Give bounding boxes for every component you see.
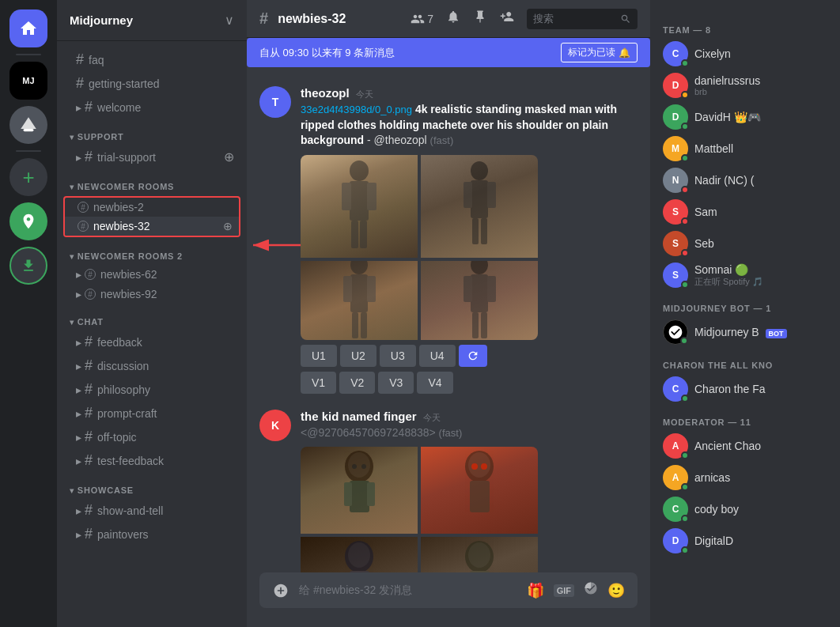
member-midjourney-bot[interactable]: Midjourney B BOT — [656, 316, 834, 348]
svg-rect-38 — [470, 481, 490, 512]
fast-badge-2: (fast) — [439, 427, 463, 439]
channel-item-faq[interactable]: # faq — [63, 48, 240, 71]
channel-name: welcome — [97, 101, 141, 114]
team-category: TEAM — 8 — [656, 13, 834, 38]
member-davidh[interactable]: D DavidH 👑🎮 — [656, 101, 834, 133]
avatar-cody-boy: C — [663, 497, 688, 522]
message-author-1: theozopl — [301, 86, 350, 100]
member-mattbell[interactable]: M Mattbell — [656, 133, 834, 164]
channel-item-test-feedback[interactable]: ▸ # test-feedback — [63, 449, 240, 472]
member-arnicas[interactable]: A arnicas — [656, 462, 834, 493]
variation-3-button[interactable]: V3 — [378, 372, 414, 394]
hash-icon: # — [85, 429, 93, 445]
status-online — [681, 395, 689, 402]
server-bar: MJ + — [0, 0, 57, 627]
svg-rect-10 — [471, 180, 488, 218]
member-nadir[interactable]: N Nadir (NC) ( — [656, 164, 834, 196]
member-sam[interactable]: S Sam — [656, 196, 834, 228]
member-danielrussrus[interactable]: D danielrussrus brb — [656, 70, 834, 101]
message-mention-2: <@927064570697248838> — [301, 426, 436, 439]
chat-input-placeholder[interactable]: 给 #newbies-32 发消息 — [299, 584, 517, 598]
add-attachment-button[interactable] — [272, 583, 289, 599]
server-icon-add[interactable]: + — [9, 158, 47, 196]
server-icon-boat[interactable] — [9, 106, 47, 144]
mark-read-button[interactable]: 标记为已读 🔔 — [561, 43, 638, 62]
right-sidebar: TEAM — 8 C Cixelyn D danielrussrus brb D… — [650, 0, 840, 627]
variation-1-button[interactable]: V1 — [301, 372, 336, 394]
member-charon[interactable]: C Charon the Fa — [656, 373, 834, 405]
bot-label: BOT — [766, 329, 787, 338]
members-icon[interactable]: 7 — [411, 12, 433, 26]
svg-rect-16 — [350, 274, 368, 312]
channel-name: feedback — [97, 336, 142, 349]
server-icon-download[interactable] — [9, 247, 47, 285]
channel-item-paintovers[interactable]: ▸ # paintovers — [63, 523, 240, 546]
channel-hash-icon: # — [259, 9, 268, 28]
image-cell-kid-1 — [301, 447, 418, 534]
channel-list: # faq # getting-started ▸ # welcome ▾ SU… — [57, 41, 247, 627]
upscale-3-button[interactable]: U3 — [380, 345, 416, 367]
refresh-button[interactable] — [459, 345, 487, 367]
svg-point-37 — [481, 463, 487, 470]
channel-item-off-topic[interactable]: ▸ # off-topic — [63, 425, 240, 448]
member-cixelyn[interactable]: C Cixelyn — [656, 38, 834, 70]
variation-4-button[interactable]: V4 — [417, 372, 452, 394]
member-seb[interactable]: S Seb — [656, 228, 834, 259]
channel-name: getting-started — [89, 77, 160, 90]
channel-name: faq — [89, 54, 104, 66]
gif-icon[interactable]: GIF — [554, 584, 574, 597]
member-ancient-chao[interactable]: A Ancient Chao — [656, 430, 834, 462]
server-header[interactable]: Midjourney ∨ — [57, 0, 247, 41]
channel-item-newbies-2[interactable]: # newbies-2 — [65, 198, 239, 217]
channel-item-show-and-tell[interactable]: ▸ # show-and-tell — [63, 499, 240, 522]
message-group-1: T theozopl 今天 33e2d4f43998d/0_0.png 4k r… — [259, 86, 638, 394]
image-cell-kid-4 — [421, 537, 538, 572]
avatar-davidh: D — [663, 104, 688, 130]
channel-item-welcome[interactable]: ▸ # welcome — [63, 96, 240, 119]
member-cody-boy[interactable]: C cody boy — [656, 493, 834, 525]
add-member-icon[interactable]: ⊕ — [224, 149, 234, 164]
svg-rect-12 — [487, 182, 496, 208]
sticker-icon[interactable] — [584, 581, 598, 599]
hash-icon: # — [85, 502, 93, 519]
svg-point-28 — [348, 452, 370, 478]
channel-name: newbies-92 — [100, 288, 157, 300]
svg-rect-25 — [472, 312, 479, 338]
variation-2-button[interactable]: V2 — [339, 372, 375, 394]
channel-item-newbies-62[interactable]: ▸ # newbies-62 — [63, 265, 240, 284]
channel-item-prompt-craft[interactable]: ▸ # prompt-craft — [63, 402, 240, 425]
add-member-icon[interactable]: ⊕ — [223, 220, 233, 232]
hash-icon: # — [85, 334, 93, 350]
message-link-1[interactable]: 33e2d4f43998d/0_0.png — [301, 104, 412, 115]
member-somnai[interactable]: S Somnai 🟢 正在听 Spotify 🎵 — [656, 259, 834, 291]
server-icon-explore[interactable] — [9, 202, 47, 240]
channel-item-discussion[interactable]: ▸ # discussion — [63, 354, 240, 377]
status-online — [681, 59, 689, 67]
upscale-2-button[interactable]: U2 — [340, 345, 376, 367]
emoji-icon[interactable]: 🙂 — [607, 582, 625, 599]
pin-icon[interactable] — [473, 9, 487, 28]
channel-item-getting-started[interactable]: # getting-started — [63, 72, 240, 95]
channel-item-trial-support[interactable]: ▸ # trial-support ⊕ — [63, 145, 240, 168]
category-name: CHAT — [78, 317, 104, 327]
server-icon-midjourney[interactable]: MJ — [9, 62, 47, 100]
notification-icon[interactable] — [446, 9, 460, 28]
svg-rect-13 — [472, 218, 479, 244]
svg-rect-41 — [350, 571, 369, 572]
channel-item-philosophy[interactable]: ▸ # philosophy — [63, 378, 240, 401]
channel-name: show-and-tell — [97, 504, 163, 517]
upscale-1-button[interactable]: U1 — [301, 345, 337, 367]
member-digitald[interactable]: D DigitalD — [656, 525, 834, 557]
channel-item-newbies-92[interactable]: ▸ # newbies-92 — [63, 285, 240, 304]
svg-rect-31 — [350, 481, 369, 512]
channel-item-feedback[interactable]: ▸ # feedback — [63, 330, 240, 353]
message-header-2: the kid named finger 今天 — [301, 410, 638, 424]
hash-icon: # — [85, 526, 93, 542]
add-member-icon[interactable] — [500, 9, 514, 28]
search-bar[interactable]: 搜索 — [527, 9, 638, 29]
channel-item-newbies-32[interactable]: # newbies-32 ⊕ — [65, 217, 239, 236]
server-icon-home[interactable] — [9, 9, 47, 47]
svg-rect-14 — [481, 218, 487, 244]
upscale-4-button[interactable]: U4 — [419, 345, 456, 367]
gift-icon[interactable]: 🎁 — [527, 582, 544, 599]
